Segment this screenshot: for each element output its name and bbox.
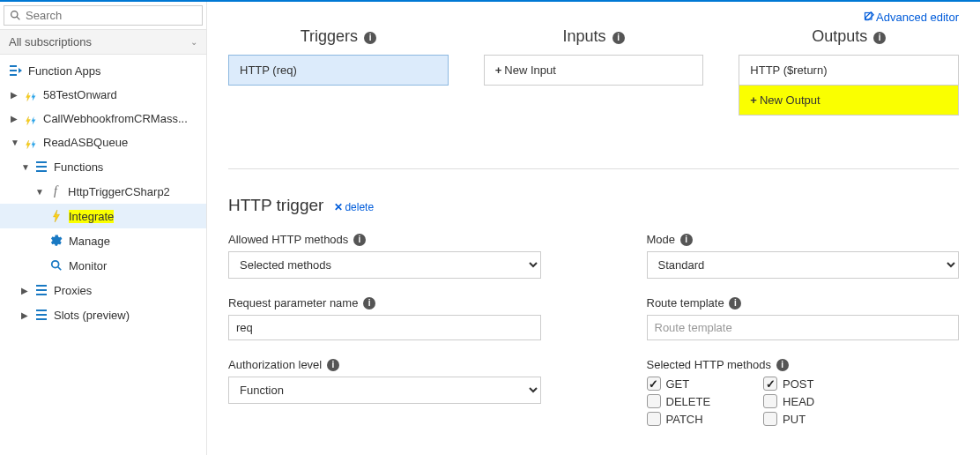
subscriptions-dropdown[interactable]: All subscriptions ⌄: [0, 29, 206, 55]
tree-slots[interactable]: ▶ Slots (preview): [0, 302, 206, 327]
tree-app-item[interactable]: ▼ ReadASBQueue: [0, 131, 206, 154]
svg-point-9: [52, 261, 59, 268]
expand-arrow-icon: ▶: [11, 114, 21, 123]
new-input-label: New Input: [504, 63, 556, 77]
svg-point-0: [11, 11, 18, 18]
tree: Function Apps ▶ 58TestOnward ▶ CallWebho…: [0, 55, 206, 455]
info-icon[interactable]: i: [363, 297, 375, 310]
search-icon: [10, 10, 21, 21]
info-icon[interactable]: i: [353, 234, 366, 246]
tree-label: HttpTriggerCSharp2: [68, 185, 170, 198]
info-icon[interactable]: i: [327, 359, 339, 371]
plus-icon: +: [495, 63, 502, 77]
advanced-editor-link[interactable]: Advanced editor: [864, 11, 959, 24]
info-icon[interactable]: i: [729, 297, 741, 310]
svg-line-10: [58, 267, 62, 271]
tree-proxies[interactable]: ▶ Proxies: [0, 278, 206, 302]
tree-function-item[interactable]: ▼ f HttpTriggerCSharp2: [0, 179, 206, 204]
mode-label: Mode i: [647, 233, 960, 246]
tree-manage[interactable]: Manage: [0, 228, 206, 253]
checkbox-patch[interactable]: [647, 412, 661, 426]
checkbox-post[interactable]: [763, 377, 777, 391]
advanced-editor-label: Advanced editor: [876, 11, 959, 24]
checkbox-label: PUT: [783, 413, 806, 426]
tree-label: Function Apps: [28, 64, 100, 78]
req-param-input[interactable]: [228, 315, 541, 340]
tree-monitor[interactable]: Monitor: [0, 253, 206, 278]
delete-label: delete: [345, 201, 374, 213]
triggers-column: Triggers i HTTP (req): [228, 27, 449, 116]
function-f-icon: f: [48, 184, 63, 198]
info-icon[interactable]: i: [364, 32, 376, 44]
plus-icon: +: [750, 93, 757, 107]
checkbox-label: HEAD: [783, 395, 814, 408]
outputs-heading: Outputs i: [739, 27, 959, 46]
svg-line-1: [17, 17, 19, 19]
list-icon: [34, 160, 48, 174]
form-left-column: Allowed HTTP methods i Selected methods …: [228, 233, 541, 444]
tree-integrate[interactable]: Integrate: [0, 204, 206, 228]
main-panel: Advanced editor Triggers i HTTP (req) In…: [207, 2, 980, 455]
auth-level-label: Authorization level i: [228, 358, 541, 371]
collapse-arrow-icon: ▼: [35, 187, 46, 197]
subscriptions-label: All subscriptions: [9, 35, 92, 48]
expand-arrow-icon: ▶: [21, 286, 32, 295]
sidebar: All subscriptions ⌄ Function Apps ▶ 58Te…: [0, 2, 207, 455]
outputs-column: Outputs i HTTP ($return) +New Output: [739, 27, 959, 116]
output-box[interactable]: HTTP ($return): [739, 55, 959, 86]
list-icon: [34, 308, 48, 322]
tree-label: Integrate: [69, 210, 114, 223]
tree-label: Manage: [69, 235, 110, 248]
selected-methods-label: Selected HTTP methods i: [647, 358, 960, 371]
list-play-icon: [9, 63, 23, 78]
checkbox-delete[interactable]: [647, 394, 661, 408]
inputs-column: Inputs i +New Input: [484, 27, 704, 116]
list-icon: [34, 283, 48, 297]
tree-label: Slots (preview): [54, 309, 130, 322]
http-trigger-title: HTTP trigger: [228, 196, 323, 215]
edit-icon: [864, 11, 874, 22]
route-template-input[interactable]: [647, 315, 960, 340]
form-right-column: Mode i Standard Route template i Selecte…: [647, 233, 960, 444]
mode-select[interactable]: Standard: [647, 251, 960, 279]
search-input[interactable]: [26, 9, 197, 22]
auth-level-select[interactable]: Function: [228, 377, 541, 404]
expand-arrow-icon: ▶: [21, 310, 32, 320]
new-output-button[interactable]: +New Output: [739, 86, 959, 116]
info-icon[interactable]: i: [873, 32, 886, 44]
delete-trigger-link[interactable]: ✕delete: [334, 201, 374, 213]
inputs-heading: Inputs i: [484, 27, 704, 46]
tree-function-apps[interactable]: Function Apps: [0, 58, 206, 83]
gear-icon: [49, 234, 63, 248]
checkbox-label: PATCH: [666, 413, 703, 426]
checkbox-get[interactable]: [647, 377, 661, 391]
tree-label: Proxies: [54, 284, 92, 297]
svg-marker-5: [19, 68, 22, 73]
checkbox-put[interactable]: [763, 412, 777, 426]
tree-functions-node[interactable]: ▼ Functions: [0, 154, 206, 179]
tree-label: 58TestOnward: [43, 88, 117, 101]
checkbox-label: GET: [666, 377, 690, 391]
function-app-icon: [24, 138, 38, 148]
checkbox-label: DELETE: [666, 395, 711, 408]
trigger-box[interactable]: HTTP (req): [228, 55, 449, 86]
new-input-button[interactable]: +New Input: [484, 55, 704, 86]
search-box[interactable]: [4, 5, 203, 26]
info-icon[interactable]: i: [680, 234, 693, 246]
new-output-label: New Output: [760, 93, 820, 107]
output-box-label: HTTP ($return): [750, 63, 827, 77]
info-icon[interactable]: i: [776, 359, 789, 371]
tree-label: Functions: [54, 160, 103, 174]
tree-app-item[interactable]: ▶ CallWebhookfromCRMass...: [0, 107, 206, 131]
checkbox-head[interactable]: [763, 394, 777, 408]
section-divider: [228, 168, 959, 169]
info-icon[interactable]: i: [612, 32, 625, 44]
allowed-methods-label: Allowed HTTP methods i: [228, 233, 541, 246]
tree-label: ReadASBQueue: [43, 136, 128, 149]
expand-arrow-icon: ▶: [11, 90, 21, 100]
trigger-box-label: HTTP (req): [240, 63, 297, 77]
tree-app-item[interactable]: ▶ 58TestOnward: [0, 83, 206, 107]
route-template-label: Route template i: [647, 296, 960, 310]
allowed-methods-select[interactable]: Selected methods: [228, 251, 541, 279]
magnifier-icon: [49, 258, 63, 272]
